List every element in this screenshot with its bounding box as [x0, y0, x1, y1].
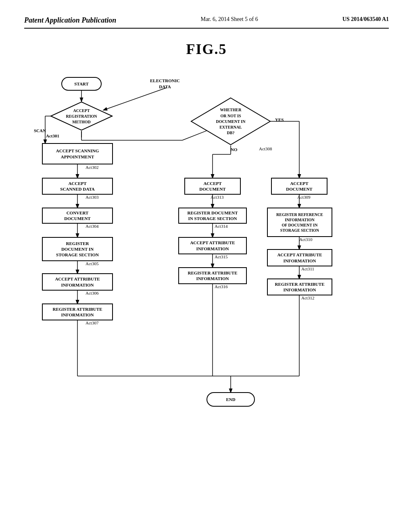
- register-ref-info-right-rect: REGISTER REFERENCE INFORMATION OF DOCUME…: [267, 208, 332, 237]
- electronic-data-label: ELECTRONICDATA: [150, 78, 180, 90]
- register-attr-info-middle-rect: REGISTER ATTRIBUTE INFORMATION: [178, 267, 247, 284]
- register-doc-storage-middle-rect: REGISTER DOCUMENT IN STORAGE SECTION: [178, 208, 247, 224]
- accept-scanned-data-rect: ACCEPT SCANNED DATA: [42, 178, 113, 195]
- flowchart: START ACCEPT REGISTRATION METHOD Act301 …: [33, 70, 380, 453]
- date-sheet-label: Mar. 6, 2014 Sheet 5 of 6: [200, 16, 258, 23]
- accept-attr-info-left-rect: ACCEPT ATTRIBUTE INFORMATION: [42, 273, 113, 291]
- act307-label: Act307: [86, 320, 98, 325]
- whether-or-not-diamond: WHETHER OR NOT IS DOCUMENT IN EXTERNAL D…: [190, 97, 271, 145]
- act306-label: Act306: [86, 291, 98, 295]
- accept-document-right-rect: ACCEPT DOCUMENT: [271, 178, 327, 195]
- act304-label: Act304: [86, 224, 98, 229]
- act310-label: Act310: [299, 237, 312, 242]
- scan-text: SCAN: [34, 128, 46, 133]
- page: Patent Application Publication Mar. 6, 2…: [0, 0, 413, 532]
- page-header: Patent Application Publication Mar. 6, 2…: [24, 16, 389, 29]
- act305-label: Act305: [86, 261, 98, 266]
- accept-attr-info-right-rect: ACCEPT ATTRIBUTE INFORMATION: [267, 249, 332, 266]
- figure-title: FIG.5: [24, 41, 389, 58]
- patent-number-label: US 2014/063540 A1: [342, 16, 389, 23]
- act316-label: Act316: [215, 284, 227, 289]
- svg-line-4: [104, 88, 166, 110]
- end-node: END: [206, 392, 255, 407]
- act303-label: Act303: [86, 195, 98, 200]
- act302-label: Act302: [86, 165, 98, 170]
- no-label: NO: [231, 147, 238, 152]
- register-attr-info-left-rect: REGISTER ATTRIBUTE INFORMATION: [42, 303, 113, 320]
- act314-label: Act314: [215, 224, 227, 229]
- register-attr-info-right-rect: REGISTER ATTRIBUTE INFORMATION: [267, 278, 332, 295]
- convert-document-rect: CONVERT DOCUMENT: [42, 208, 113, 224]
- act313-label: Act313: [211, 195, 223, 200]
- accept-scanning-rect: ACCEPT SCANNING APPOINTMENT: [42, 143, 113, 164]
- act311-label: Act311: [301, 266, 314, 271]
- scan-label: Act301: [46, 133, 59, 138]
- accept-document-middle-rect: ACCEPT DOCUMENT: [184, 178, 241, 195]
- act312-label: Act312: [301, 295, 314, 300]
- accept-attr-info-middle-rect: ACCEPT ATTRIBUTE INFORMATION: [178, 237, 247, 254]
- register-doc-storage-left-rect: REGISTER DOCUMENT IN STORAGE SECTION: [42, 237, 113, 261]
- act308-label: Act308: [259, 146, 272, 151]
- start-node: START: [61, 77, 102, 91]
- accept-reg-method-diamond: ACCEPT REGISTRATION METHOD: [50, 101, 113, 131]
- publication-label: Patent Application Publication: [24, 16, 116, 25]
- act309-label: Act309: [297, 195, 310, 200]
- yes-label: YES: [275, 117, 284, 122]
- act315-label: Act315: [215, 254, 227, 259]
